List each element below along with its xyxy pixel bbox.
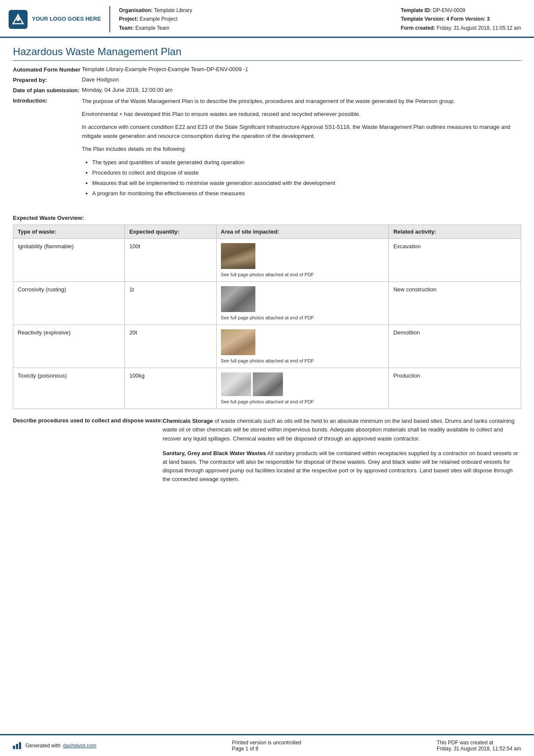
form-created-value: Friday, 31 August 2018, 11:05:12 am bbox=[437, 25, 521, 31]
table-header-row: Type of waste: Expected quantity: Area o… bbox=[13, 225, 521, 239]
date-row: Date of plan submission: Monday, 04 June… bbox=[13, 87, 521, 94]
waste-activity-3: Demolition bbox=[389, 325, 521, 368]
describe-value: Chemicals Storage of waste chemicals suc… bbox=[163, 417, 522, 490]
describe-para-2: Sanitary, Grey and Black Water Wastes Al… bbox=[163, 449, 522, 484]
template-id-label: Template ID: bbox=[401, 7, 432, 13]
footer-link[interactable]: dashpivot.com bbox=[63, 743, 96, 749]
chemicals-storage-bold: Chemicals Storage bbox=[163, 418, 213, 424]
intro-para-4: The Plan includes details on the followi… bbox=[82, 145, 521, 153]
form-number-row: Automated Form Number Template Library-E… bbox=[13, 66, 521, 73]
footer-right-date: Friday, 31 August 2018, 11:52:54 am bbox=[437, 746, 521, 752]
waste-type-4: Toxicity (poisonous) bbox=[13, 368, 125, 409]
form-number-label: Automated Form Number bbox=[13, 66, 82, 73]
table-row: Reactivity (explosive) 20t See full page… bbox=[13, 325, 521, 368]
photo-demolition bbox=[221, 329, 255, 355]
waste-activity-2: New construction bbox=[389, 282, 521, 325]
waste-table-title: Expected Waste Overview: bbox=[13, 215, 521, 221]
logo-icon bbox=[9, 10, 28, 29]
footer-left: Generated with dashpivot.com bbox=[13, 742, 96, 749]
page: YOUR LOGO GOES HERE Organisation: Templa… bbox=[0, 0, 534, 756]
main-content: Hazardous Waste Management Plan Automate… bbox=[0, 38, 534, 734]
team-label: Team: bbox=[119, 25, 134, 31]
project-label: Project: bbox=[119, 16, 138, 22]
footer-logo-icon bbox=[13, 742, 21, 749]
waste-table: Type of waste: Expected quantity: Area o… bbox=[13, 225, 521, 409]
intro-label: Introduction: bbox=[13, 97, 82, 104]
bullet-item: Procedures to collect and dispose of was… bbox=[92, 168, 521, 178]
col-header-activity: Related activity: bbox=[389, 225, 521, 239]
waste-area-3: See full page photos attached at end of … bbox=[216, 325, 389, 368]
waste-activity-1: Excavation bbox=[389, 239, 521, 282]
header-col-left: Organisation: Template Library Project: … bbox=[119, 6, 192, 32]
intro-para-3: In accordance with consent condition E22… bbox=[82, 123, 521, 140]
team-value: Example Team bbox=[135, 25, 169, 31]
bar-short bbox=[13, 746, 15, 749]
header-col-right: Template ID: DP-ENV-0009 Template Versio… bbox=[401, 6, 521, 32]
table-row: Toxicity (poisonous) 100kg See full page… bbox=[13, 368, 521, 409]
waste-type-3: Reactivity (explosive) bbox=[13, 325, 125, 368]
page-title: Hazardous Waste Management Plan bbox=[13, 46, 521, 61]
photo-caption-1: See full page photos attached at end of … bbox=[221, 272, 385, 277]
col-header-qty: Expected quantity: bbox=[125, 225, 216, 239]
col-header-type: Type of waste: bbox=[13, 225, 125, 239]
footer-center: Printed version is uncontrolled Page 1 o… bbox=[232, 740, 301, 752]
date-label: Date of plan submission: bbox=[13, 87, 82, 94]
sanitary-bold: Sanitary, Grey and Black Water Wastes bbox=[163, 450, 266, 456]
bar-medium bbox=[16, 744, 18, 749]
prepared-by-label: Prepared by: bbox=[13, 76, 82, 83]
project-value: Example Project bbox=[140, 16, 177, 22]
generated-text: Generated with bbox=[25, 743, 60, 749]
col-header-area: Area of site impacted: bbox=[216, 225, 389, 239]
waste-area-1: See full page photos attached at end of … bbox=[216, 239, 389, 282]
intro-para-2: Environmental + has developed this Plan … bbox=[82, 110, 521, 119]
prepared-by-value: Dave Hodgson bbox=[82, 76, 521, 83]
photo-caption-2: See full page photos attached at end of … bbox=[221, 315, 385, 320]
describe-label: Describe procedures used to collect and … bbox=[13, 417, 163, 490]
waste-area-2: See full page photos attached at end of … bbox=[216, 282, 389, 325]
waste-activity-4: Production bbox=[389, 368, 521, 409]
table-row: Ignitability (flammable) 100t See full p… bbox=[13, 239, 521, 282]
org-label: Organisation: bbox=[119, 7, 152, 13]
bar-tall bbox=[19, 742, 21, 749]
bullet-list: The types and quantities of waste genera… bbox=[92, 158, 521, 198]
waste-qty-1: 100t bbox=[125, 239, 216, 282]
date-value: Monday, 04 June 2018, 12:00:00 am bbox=[82, 87, 521, 93]
waste-type-2: Corrosivity (rusting) bbox=[13, 282, 125, 325]
chemicals-storage-text: of waste chemicals such as oils will be … bbox=[163, 418, 515, 441]
header-meta: Organisation: Template Library Project: … bbox=[119, 6, 521, 32]
logo-text: YOUR LOGO GOES HERE bbox=[32, 16, 101, 23]
bullet-item: Measures that will be implemented to min… bbox=[92, 178, 521, 188]
photo-caption-4: See full page photos attached at end of … bbox=[221, 399, 385, 404]
footer-right: This PDF was created at Friday, 31 Augus… bbox=[437, 740, 521, 752]
waste-type-1: Ignitability (flammable) bbox=[13, 239, 125, 282]
describe-section: Describe procedures used to collect and … bbox=[13, 417, 521, 490]
footer-uncontrolled: Printed version is uncontrolled bbox=[232, 740, 301, 746]
form-number-value: Template Library-Example Project-Example… bbox=[82, 66, 521, 72]
intro-para-1: The purpose of the Waste Management Plan… bbox=[82, 97, 521, 106]
waste-qty-3: 20t bbox=[125, 325, 216, 368]
template-id-value: DP-ENV-0009 bbox=[433, 7, 465, 13]
waste-qty-2: 1t bbox=[125, 282, 216, 325]
template-version-label: Template Version: 4 Form Version: 3 bbox=[401, 16, 490, 22]
logo-area: YOUR LOGO GOES HERE bbox=[9, 6, 110, 32]
form-created-label: Form created: bbox=[401, 25, 435, 31]
describe-para-1: Chemicals Storage of waste chemicals suc… bbox=[163, 417, 522, 443]
bullet-item: A program for monitoring the effectivene… bbox=[92, 189, 521, 198]
photo-production-2 bbox=[253, 372, 283, 396]
photo-caption-3: See full page photos attached at end of … bbox=[221, 358, 385, 363]
footer-right-text: This PDF was created at bbox=[437, 740, 521, 746]
footer: Generated with dashpivot.com Printed ver… bbox=[0, 734, 534, 756]
footer-page: Page 1 of 8 bbox=[232, 746, 301, 752]
header: YOUR LOGO GOES HERE Organisation: Templa… bbox=[0, 0, 534, 38]
photo-construction bbox=[221, 286, 255, 312]
intro-row: Introduction: The purpose of the Waste M… bbox=[13, 97, 521, 208]
table-row: Corrosivity (rusting) 1t See full page p… bbox=[13, 282, 521, 325]
bullet-item: The types and quantities of waste genera… bbox=[92, 158, 521, 167]
photo-excavation bbox=[221, 243, 255, 269]
prepared-by-row: Prepared by: Dave Hodgson bbox=[13, 76, 521, 83]
photo-production-1 bbox=[221, 372, 251, 396]
waste-qty-4: 100kg bbox=[125, 368, 216, 409]
form-fields: Automated Form Number Template Library-E… bbox=[13, 66, 521, 208]
waste-area-4: See full page photos attached at end of … bbox=[216, 368, 389, 409]
waste-overview-section: Expected Waste Overview: Type of waste: … bbox=[13, 215, 521, 409]
